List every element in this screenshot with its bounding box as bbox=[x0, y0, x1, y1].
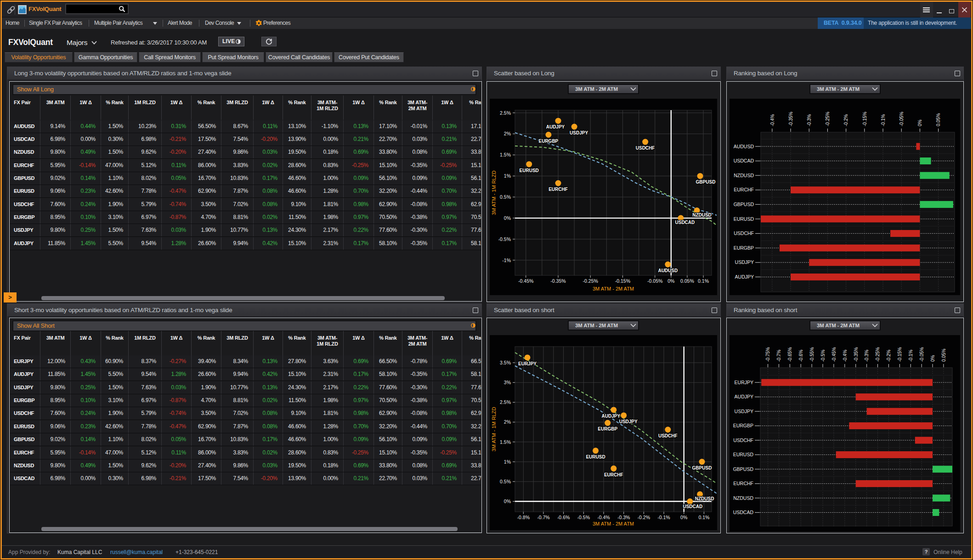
svg-text:-0.2%: -0.2% bbox=[886, 350, 891, 362]
svg-text:-0.7%: -0.7% bbox=[537, 515, 549, 520]
svg-text:3M ATM - 1M RLZD: 3M ATM - 1M RLZD bbox=[491, 170, 497, 215]
svg-text:-0.4%: -0.4% bbox=[843, 350, 848, 362]
svg-text:3M ATM - 1M RLZD: 3M ATM - 1M RLZD bbox=[491, 407, 497, 451]
svg-text:NZDUSD: NZDUSD bbox=[734, 173, 754, 178]
svg-text:-0.75%: -0.75% bbox=[765, 347, 770, 362]
svg-text:2.5%: 2.5% bbox=[500, 110, 511, 116]
svg-text:-0.8%: -0.8% bbox=[517, 515, 530, 520]
svg-text:0.1%: 0.1% bbox=[698, 278, 709, 284]
svg-text:0%: 0% bbox=[668, 278, 674, 284]
svg-text:USDCHF: USDCHF bbox=[734, 230, 754, 236]
svg-text:0%: 0% bbox=[680, 515, 687, 520]
svg-text:0%: 0% bbox=[917, 119, 922, 126]
svg-text:AUDJPY: AUDJPY bbox=[735, 274, 754, 280]
svg-text:0%: 0% bbox=[504, 215, 511, 221]
svg-text:-0.5%: -0.5% bbox=[498, 236, 511, 242]
svg-text:NZDUSD: NZDUSD bbox=[695, 496, 714, 501]
svg-text:3%: 3% bbox=[504, 380, 511, 385]
svg-text:EURUSD: EURUSD bbox=[586, 454, 605, 459]
svg-text:USDCAD: USDCAD bbox=[683, 504, 702, 509]
svg-text:-0.1%: -0.1% bbox=[908, 350, 913, 362]
svg-text:-0.1%: -0.1% bbox=[881, 114, 886, 126]
svg-text:NZDUSD: NZDUSD bbox=[692, 213, 712, 218]
svg-text:-0.3%: -0.3% bbox=[807, 114, 812, 126]
svg-text:USDJPY: USDJPY bbox=[735, 259, 754, 265]
svg-text:GBPUSD: GBPUSD bbox=[733, 466, 754, 472]
svg-text:0.5%: 0.5% bbox=[500, 194, 511, 200]
svg-text:-0.05%: -0.05% bbox=[919, 347, 924, 362]
svg-text:-0.45%: -0.45% bbox=[518, 278, 533, 284]
svg-text:GBPUSD: GBPUSD bbox=[692, 465, 712, 470]
svg-text:EURCHF: EURCHF bbox=[549, 187, 568, 192]
svg-text:EURUSD: EURUSD bbox=[733, 452, 754, 457]
svg-text:-0.25%: -0.25% bbox=[825, 112, 830, 126]
svg-text:0%: 0% bbox=[930, 355, 935, 362]
svg-text:-0.2%: -0.2% bbox=[638, 515, 650, 520]
svg-text:-0.35%: -0.35% bbox=[788, 112, 793, 126]
svg-text:EURUSD: EURUSD bbox=[520, 168, 539, 173]
svg-text:-0.6%: -0.6% bbox=[557, 515, 570, 520]
svg-text:-0.15%: -0.15% bbox=[615, 278, 630, 284]
svg-text:-0.4%: -0.4% bbox=[597, 515, 610, 520]
svg-text:-0.65%: -0.65% bbox=[787, 347, 792, 362]
svg-text:0.1%: 0.1% bbox=[698, 515, 709, 520]
svg-text:EURGBP: EURGBP bbox=[539, 139, 559, 144]
svg-text:USDJPY: USDJPY bbox=[735, 409, 753, 414]
svg-text:-0.4%: -0.4% bbox=[770, 114, 775, 126]
svg-text:USDCHF: USDCHF bbox=[658, 433, 678, 438]
svg-text:-0.5%: -0.5% bbox=[577, 515, 590, 520]
svg-text:-0.7%: -0.7% bbox=[776, 350, 781, 362]
svg-text:AUDUSD: AUDUSD bbox=[658, 268, 678, 273]
svg-text:AUDJPY: AUDJPY bbox=[735, 394, 753, 399]
svg-text:-0.25%: -0.25% bbox=[875, 347, 880, 362]
svg-text:EURGBP: EURGBP bbox=[598, 426, 617, 431]
svg-text:-0.35%: -0.35% bbox=[854, 347, 859, 362]
svg-text:EURCHF: EURCHF bbox=[733, 481, 753, 486]
svg-text:0.05%: 0.05% bbox=[680, 278, 694, 284]
svg-text:2%: 2% bbox=[504, 131, 511, 136]
svg-text:USDJPY: USDJPY bbox=[570, 130, 588, 135]
svg-text:EURCHF: EURCHF bbox=[604, 472, 623, 477]
svg-text:-0.55%: -0.55% bbox=[809, 347, 815, 362]
svg-text:EURGBP: EURGBP bbox=[733, 423, 753, 428]
svg-text:2%: 2% bbox=[504, 419, 511, 425]
svg-text:USDCHF: USDCHF bbox=[636, 146, 655, 151]
svg-text:EURUSD: EURUSD bbox=[734, 216, 754, 222]
svg-text:USDJPY: USDJPY bbox=[619, 419, 638, 424]
svg-text:3M ATM - 2M ATM: 3M ATM - 2M ATM bbox=[593, 521, 634, 526]
svg-text:EURJPY: EURJPY bbox=[518, 361, 537, 366]
svg-text:0.05%: 0.05% bbox=[936, 113, 941, 126]
svg-text:3.5%: 3.5% bbox=[500, 360, 511, 365]
svg-text:AUDJPY: AUDJPY bbox=[602, 414, 621, 419]
svg-text:1.5%: 1.5% bbox=[500, 439, 511, 445]
svg-text:EURCHF: EURCHF bbox=[734, 187, 754, 192]
svg-text:EURGBP: EURGBP bbox=[734, 245, 754, 251]
svg-text:-0.15%: -0.15% bbox=[862, 112, 867, 126]
svg-text:0%: 0% bbox=[504, 498, 511, 504]
svg-text:2.5%: 2.5% bbox=[500, 399, 511, 405]
svg-text:-0.05%: -0.05% bbox=[647, 278, 662, 284]
svg-text:-0.05%: -0.05% bbox=[899, 112, 904, 126]
svg-text:1.5%: 1.5% bbox=[500, 152, 511, 157]
svg-text:3M ATM - 2M ATM: 3M ATM - 2M ATM bbox=[593, 286, 634, 291]
svg-text:1%: 1% bbox=[504, 459, 511, 465]
svg-text:-0.25%: -0.25% bbox=[583, 278, 598, 284]
svg-text:-0.35%: -0.35% bbox=[550, 278, 566, 284]
svg-text:GBPUSD: GBPUSD bbox=[696, 179, 716, 185]
svg-text:-0.1%: -0.1% bbox=[657, 515, 670, 520]
svg-text:USDCAD: USDCAD bbox=[733, 510, 754, 515]
svg-text:EURJPY: EURJPY bbox=[735, 380, 753, 385]
svg-text:-0.2%: -0.2% bbox=[843, 114, 849, 126]
svg-text:-0.3%: -0.3% bbox=[864, 350, 869, 362]
svg-text:AUDUSD: AUDUSD bbox=[734, 144, 754, 149]
svg-text:USDCHF: USDCHF bbox=[733, 437, 753, 443]
svg-text:-0.5%: -0.5% bbox=[820, 350, 826, 362]
svg-text:0.5%: 0.5% bbox=[500, 479, 511, 484]
svg-text:USDCAD: USDCAD bbox=[675, 220, 695, 225]
svg-text:-0.6%: -0.6% bbox=[798, 350, 803, 362]
svg-text:NZDUSD: NZDUSD bbox=[733, 495, 753, 501]
svg-text:AUDJPY: AUDJPY bbox=[546, 124, 565, 129]
svg-text:-0.45%: -0.45% bbox=[832, 347, 837, 362]
svg-text:GBPUSD: GBPUSD bbox=[734, 202, 754, 207]
svg-text:-0.15%: -0.15% bbox=[897, 347, 902, 362]
